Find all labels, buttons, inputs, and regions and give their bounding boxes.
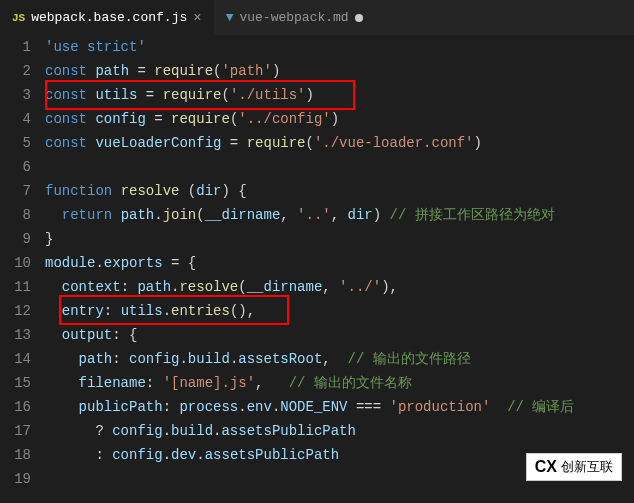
code-line[interactable]: const config = require('../config') — [45, 107, 634, 131]
code-line[interactable]: entry: utils.entries(), — [45, 299, 634, 323]
watermark-text: 创新互联 — [561, 458, 613, 476]
line-number: 16 — [0, 395, 31, 419]
code-line[interactable]: publicPath: process.env.NODE_ENV === 'pr… — [45, 395, 634, 419]
md-file-icon: ▼ — [226, 10, 234, 25]
code-line[interactable]: context: path.resolve(__dirname, '../'), — [45, 275, 634, 299]
line-number-gutter: 12345678910111213141516171819 — [0, 35, 45, 503]
line-number: 15 — [0, 371, 31, 395]
code-line[interactable]: ? config.build.assetsPublicPath — [45, 419, 634, 443]
tab-label: webpack.base.conf.js — [31, 10, 187, 25]
tab-bar: JS webpack.base.conf.js × ▼ vue-webpack.… — [0, 0, 634, 35]
code-line[interactable]: const vueLoaderConfig = require('./vue-l… — [45, 131, 634, 155]
line-number: 10 — [0, 251, 31, 275]
code-line[interactable]: path: config.build.assetsRoot, // 输出的文件路… — [45, 347, 634, 371]
line-number: 8 — [0, 203, 31, 227]
dirty-indicator-icon — [355, 14, 363, 22]
code-line[interactable]: const utils = require('./utils') — [45, 83, 634, 107]
js-file-icon: JS — [12, 12, 25, 24]
line-number: 2 — [0, 59, 31, 83]
watermark: CX 创新互联 — [526, 453, 622, 481]
code-area[interactable]: 'use strict'const path = require('path')… — [45, 35, 634, 503]
code-line[interactable]: const path = require('path') — [45, 59, 634, 83]
line-number: 5 — [0, 131, 31, 155]
code-line[interactable]: return path.join(__dirname, '..', dir) /… — [45, 203, 634, 227]
code-line[interactable]: 'use strict' — [45, 35, 634, 59]
code-line[interactable]: filename: '[name].js', // 输出的文件名称 — [45, 371, 634, 395]
line-number: 12 — [0, 299, 31, 323]
line-number: 13 — [0, 323, 31, 347]
tab-vue-webpack-md[interactable]: ▼ vue-webpack.md — [214, 0, 375, 35]
close-icon[interactable]: × — [193, 11, 201, 25]
line-number: 19 — [0, 467, 31, 491]
tab-webpack-base-conf[interactable]: JS webpack.base.conf.js × — [0, 0, 214, 35]
line-number: 3 — [0, 83, 31, 107]
line-number: 1 — [0, 35, 31, 59]
line-number: 18 — [0, 443, 31, 467]
code-line[interactable] — [45, 155, 634, 179]
line-number: 7 — [0, 179, 31, 203]
code-line[interactable]: output: { — [45, 323, 634, 347]
line-number: 6 — [0, 155, 31, 179]
code-line[interactable]: } — [45, 227, 634, 251]
editor: 12345678910111213141516171819 'use stric… — [0, 35, 634, 503]
code-line[interactable]: function resolve (dir) { — [45, 179, 634, 203]
line-number: 9 — [0, 227, 31, 251]
line-number: 17 — [0, 419, 31, 443]
code-line[interactable]: module.exports = { — [45, 251, 634, 275]
line-number: 4 — [0, 107, 31, 131]
line-number: 14 — [0, 347, 31, 371]
watermark-logo-icon: CX — [535, 458, 557, 476]
tab-label: vue-webpack.md — [239, 10, 348, 25]
line-number: 11 — [0, 275, 31, 299]
